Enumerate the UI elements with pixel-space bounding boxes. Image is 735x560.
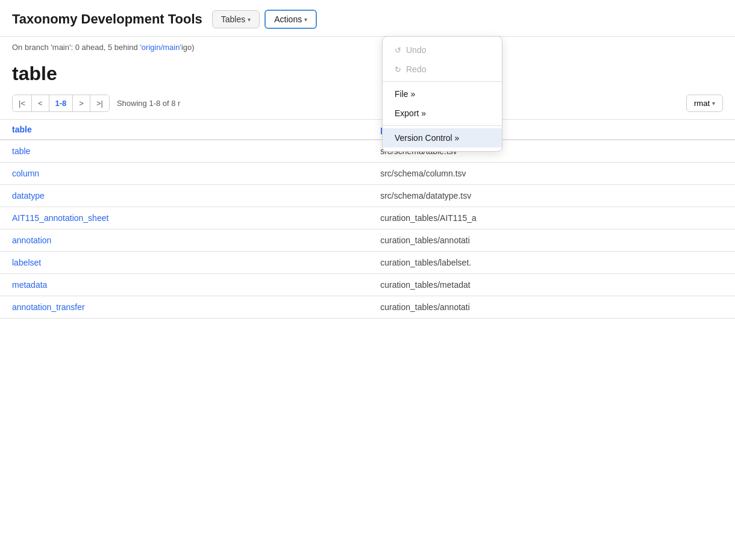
table-path-cell: curation_tables/annotati bbox=[368, 229, 735, 252]
version-control-item[interactable]: Version Control » bbox=[383, 128, 502, 148]
current-page[interactable]: 1-8 bbox=[49, 95, 74, 111]
format-button[interactable]: rmat ▾ bbox=[686, 95, 723, 112]
table-path-cell: curation_tables/metadat bbox=[368, 274, 735, 296]
table-name-cell[interactable]: annotation bbox=[0, 229, 368, 252]
table-path-cell: curation_tables/annotati bbox=[368, 296, 735, 319]
header: Taxonomy Development Tools Tables ▾ Acti… bbox=[0, 0, 735, 37]
table-row: annotation curation_tables/annotati bbox=[0, 229, 735, 252]
next-page-button[interactable]: > bbox=[73, 95, 90, 111]
page-title: table bbox=[0, 58, 735, 95]
table-row: labelset curation_tables/labelset. bbox=[0, 252, 735, 274]
table-header-row: table path bbox=[0, 120, 735, 140]
undo-item[interactable]: ↺ Undo bbox=[383, 40, 502, 60]
table-row: AIT115_annotation_sheet curation_tables/… bbox=[0, 207, 735, 229]
table-row: column src/schema/column.tsv bbox=[0, 163, 735, 185]
origin-main-link[interactable]: 'origin/main' bbox=[140, 43, 181, 52]
tables-button[interactable]: Tables ▾ bbox=[212, 10, 260, 28]
format-chevron-icon: ▾ bbox=[712, 100, 715, 107]
redo-icon: ↻ bbox=[395, 65, 401, 74]
actions-dropdown-container: ↺ Undo ↻ Redo File » Export » Version Co… bbox=[382, 36, 502, 152]
actions-button[interactable]: Actions ▾ bbox=[264, 10, 317, 29]
table-row: metadata curation_tables/metadat bbox=[0, 274, 735, 296]
table-controls: |< < 1-8 > >| Showing 1-8 of 8 r rmat ▾ bbox=[0, 95, 735, 119]
table-name-cell[interactable]: table bbox=[0, 140, 368, 163]
table-name-cell[interactable]: AIT115_annotation_sheet bbox=[0, 207, 368, 229]
table-path-cell: curation_tables/AIT115_a bbox=[368, 207, 735, 229]
showing-text: Showing 1-8 of 8 r bbox=[117, 99, 181, 108]
pagination: |< < 1-8 > >| bbox=[12, 95, 110, 112]
table-name-cell[interactable]: datatype bbox=[0, 185, 368, 207]
menu-divider-2 bbox=[383, 125, 502, 126]
table-path-cell: src/schema/datatype.tsv bbox=[368, 185, 735, 207]
table-path-cell: curation_tables/labelset. bbox=[368, 252, 735, 274]
col-header-table: table bbox=[0, 120, 368, 140]
table-row: datatype src/schema/datatype.tsv bbox=[0, 185, 735, 207]
actions-dropdown: ↺ Undo ↻ Redo File » Export » Version Co… bbox=[382, 36, 502, 152]
header-buttons: Tables ▾ Actions ▾ bbox=[212, 10, 317, 29]
branch-info: On branch 'main': 0 ahead, 5 behind 'ori… bbox=[0, 37, 735, 58]
last-page-button[interactable]: >| bbox=[90, 95, 109, 111]
redo-item[interactable]: ↻ Redo bbox=[383, 60, 502, 79]
first-page-button[interactable]: |< bbox=[13, 95, 32, 111]
table-name-cell[interactable]: metadata bbox=[0, 274, 368, 296]
export-item[interactable]: Export » bbox=[383, 104, 502, 123]
table-name-cell[interactable]: labelset bbox=[0, 252, 368, 274]
table-name-cell[interactable]: column bbox=[0, 163, 368, 185]
table-name-cell[interactable]: annotation_transfer bbox=[0, 296, 368, 319]
table-row: annotation_transfer curation_tables/anno… bbox=[0, 296, 735, 319]
actions-chevron-icon: ▾ bbox=[304, 16, 307, 23]
menu-divider-1 bbox=[383, 81, 502, 82]
app-title: Taxonomy Development Tools bbox=[12, 11, 202, 27]
data-table: table path table src/schema/table.tsv co… bbox=[0, 119, 735, 319]
table-row: table src/schema/table.tsv bbox=[0, 140, 735, 163]
table-path-cell: src/schema/column.tsv bbox=[368, 163, 735, 185]
tables-chevron-icon: ▾ bbox=[248, 16, 251, 23]
prev-page-button[interactable]: < bbox=[32, 95, 49, 111]
file-item[interactable]: File » bbox=[383, 84, 502, 104]
undo-icon: ↺ bbox=[395, 46, 401, 55]
